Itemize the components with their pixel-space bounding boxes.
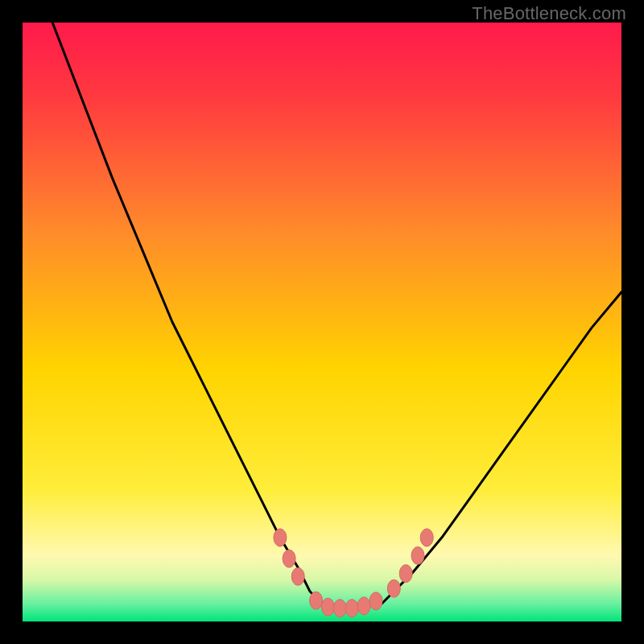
watermark-text: TheBottleneck.com xyxy=(472,3,626,24)
curve-marker xyxy=(274,529,287,547)
chart-svg xyxy=(23,23,621,621)
plot-area xyxy=(23,23,621,621)
curve-marker xyxy=(420,529,433,547)
outer-frame: TheBottleneck.com xyxy=(0,0,644,644)
curve-marker xyxy=(291,568,304,585)
curve-marker xyxy=(345,600,358,617)
curve-marker xyxy=(399,565,412,583)
curve-marker xyxy=(387,580,400,597)
curve-marker xyxy=(333,600,346,617)
curve-marker xyxy=(283,550,295,568)
curve-marker xyxy=(321,598,334,616)
curve-marker xyxy=(310,592,323,609)
gradient-background xyxy=(23,23,621,621)
curve-marker xyxy=(369,592,382,610)
curve-marker xyxy=(357,597,370,615)
curve-marker xyxy=(411,547,424,564)
